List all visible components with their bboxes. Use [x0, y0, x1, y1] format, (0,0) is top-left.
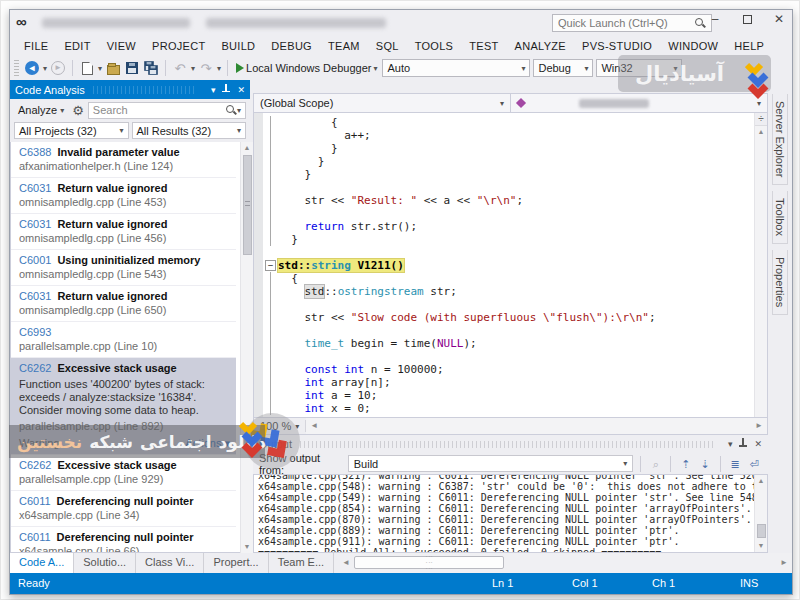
warning-item[interactable]: C6031Return value ignored omnisampledlg.… [11, 214, 236, 250]
scroll-right-icon[interactable]: ► [780, 558, 788, 567]
warning-code-link[interactable]: C6993 [19, 326, 51, 338]
warning-item[interactable]: C6011Dereferencing null pointer x64sampl… [11, 527, 236, 553]
menu-item[interactable]: DEBUG [263, 38, 320, 54]
actions-dropdown[interactable]: Actions ▾ [185, 437, 230, 450]
warning-item[interactable]: C6388Invalid parameter value afxanimatio… [11, 142, 236, 178]
new-file-icon[interactable] [82, 62, 93, 75]
find-message-icon[interactable]: ⌕ [648, 456, 663, 472]
fold-marker[interactable] [263, 168, 278, 181]
scroll-down-icon[interactable]: ▼ [755, 540, 767, 552]
warnings-search-input[interactable]: Search ▾ [88, 102, 246, 119]
start-debugging-button[interactable]: Local Windows Debugger ▾ [234, 61, 379, 75]
warning-item[interactable]: C6031Return value ignored omnisampledlg.… [11, 286, 236, 322]
quick-launch-box[interactable]: Quick Launch (Ctrl+Q) [552, 14, 712, 32]
navigate-forward-icon[interactable]: ► [51, 61, 65, 75]
projects-filter-combo[interactable]: All Projects (32)▾ [14, 122, 129, 139]
menu-item[interactable]: BUILD [213, 38, 263, 54]
member-combo[interactable]: ▾ [511, 94, 767, 112]
fold-marker[interactable] [263, 142, 278, 155]
warning-code-link[interactable]: C6001 [19, 254, 51, 266]
warning-file-location[interactable]: x64sample.cpp (Line 34) [19, 508, 230, 522]
fold-marker[interactable] [263, 129, 278, 142]
scrollbar-thumb[interactable] [243, 155, 252, 255]
fold-marker[interactable] [263, 220, 278, 233]
fold-marker[interactable] [263, 311, 278, 324]
warning-file-location[interactable]: omnisampledlg.cpp (Line 543) [19, 267, 230, 281]
panel-tab[interactable]: Propert... [204, 553, 268, 573]
fold-marker[interactable] [263, 233, 278, 246]
navigate-back-dropdown-icon[interactable]: ▾ [43, 64, 47, 73]
menu-item[interactable]: SQL [368, 38, 407, 54]
warning-code-link[interactable]: C6011 [19, 531, 51, 543]
fold-marker[interactable] [263, 116, 278, 129]
panel-tab[interactable]: Team E... [269, 553, 334, 573]
output-source-combo[interactable]: Build ▾ [348, 455, 633, 472]
solution-platform-combo[interactable]: Win32▾ [596, 59, 682, 77]
menu-item[interactable]: PROJECT [144, 38, 213, 54]
warning-code-link[interactable]: C6262 [19, 459, 51, 471]
code-analysis-header[interactable]: Code Analysis ▾ ✕ [10, 80, 250, 99]
scroll-up-icon[interactable]: ▲ [755, 475, 767, 487]
redo-dropdown-icon[interactable]: ▾ [217, 64, 221, 73]
menu-item[interactable]: TEAM [320, 38, 368, 54]
fold-marker[interactable] [263, 207, 278, 220]
scroll-left-icon[interactable]: ◄ [310, 421, 318, 430]
warning-code-link[interactable]: C6031 [19, 290, 51, 302]
fold-marker[interactable] [263, 402, 278, 415]
fold-marker[interactable] [263, 324, 278, 337]
fold-marker[interactable] [263, 298, 278, 311]
side-tab[interactable]: Server Explorer [772, 94, 788, 185]
menu-item[interactable]: TEST [461, 38, 506, 54]
solution-config-combo[interactable]: Debug▾ [533, 59, 593, 77]
scroll-up-icon[interactable]: ▲ [755, 126, 767, 137]
fold-marker[interactable] [263, 155, 278, 168]
menu-item[interactable]: FILE [16, 38, 56, 54]
save-icon[interactable] [126, 62, 138, 74]
panel-tab[interactable]: Code A... [10, 553, 74, 573]
warning-file-location[interactable]: omnisampledlg.cpp (Line 456) [19, 231, 230, 245]
pin-icon[interactable] [739, 438, 747, 450]
warning-code-link[interactable]: C6031 [19, 182, 51, 194]
menu-item[interactable]: VIEW [99, 38, 144, 54]
fold-marker[interactable] [263, 350, 278, 363]
window-position-icon[interactable]: ▾ [728, 439, 733, 449]
menu-item[interactable]: HELP [726, 38, 772, 54]
warning-code-link[interactable]: C6031 [19, 218, 51, 230]
menu-item[interactable]: ANALYZE [507, 38, 574, 54]
window-position-icon[interactable]: ▾ [211, 85, 216, 95]
fold-marker[interactable] [263, 181, 278, 194]
close-panel-icon[interactable]: ✕ [754, 439, 762, 449]
new-file-dropdown-icon[interactable]: ▾ [98, 64, 102, 73]
warning-item[interactable]: C6011Dereferencing null pointer x64sampl… [11, 491, 236, 527]
warning-item[interactable]: C6001Using uninitialized memory omnisamp… [11, 250, 236, 286]
warning-file-location[interactable]: parallelsample.cpp (Line 892) [19, 419, 230, 433]
scrollbar-thumb[interactable] [757, 524, 766, 538]
minimize-button[interactable]: – [706, 12, 724, 27]
panel-tab[interactable]: Class Vi... [136, 553, 204, 573]
scroll-right-icon[interactable]: ► [755, 421, 763, 430]
results-filter-combo[interactable]: All Results (32)▾ [132, 122, 247, 139]
close-button[interactable]: ✕ [770, 12, 788, 27]
warning-code-link[interactable]: C6262 [19, 362, 51, 374]
scroll-up-icon[interactable]: ▲ [241, 142, 253, 154]
scrollbar-thumb[interactable] [354, 556, 504, 569]
analyze-dropdown-button[interactable]: Analyze ▾ [14, 103, 68, 117]
warnings-scrollbar[interactable]: ▲ ▼ [240, 142, 253, 553]
side-tab[interactable]: Toolbox [772, 191, 788, 244]
save-all-icon[interactable] [143, 60, 159, 76]
menu-item[interactable]: TOOLS [407, 38, 462, 54]
word-wrap-icon[interactable]: ⏎ [747, 456, 762, 472]
fold-marker[interactable] [263, 246, 278, 259]
fold-marker[interactable] [263, 389, 278, 402]
menu-item[interactable]: PVS-STUDIO [574, 38, 660, 54]
warning-file-location[interactable]: afxanimationhelper.h (Line 124) [19, 159, 230, 173]
redo-icon[interactable]: ↷ [198, 60, 214, 76]
fold-marker[interactable] [263, 376, 278, 389]
goto-previous-message-icon[interactable]: ⇡ [678, 456, 693, 472]
warning-code-link[interactable]: C6011 [19, 495, 51, 507]
scroll-down-icon[interactable]: ▼ [241, 541, 253, 553]
side-tab[interactable]: Properties [772, 250, 788, 315]
close-panel-icon[interactable]: ✕ [237, 85, 245, 95]
menu-item[interactable]: WINDOW [660, 38, 726, 54]
fold-marker[interactable] [263, 272, 278, 285]
